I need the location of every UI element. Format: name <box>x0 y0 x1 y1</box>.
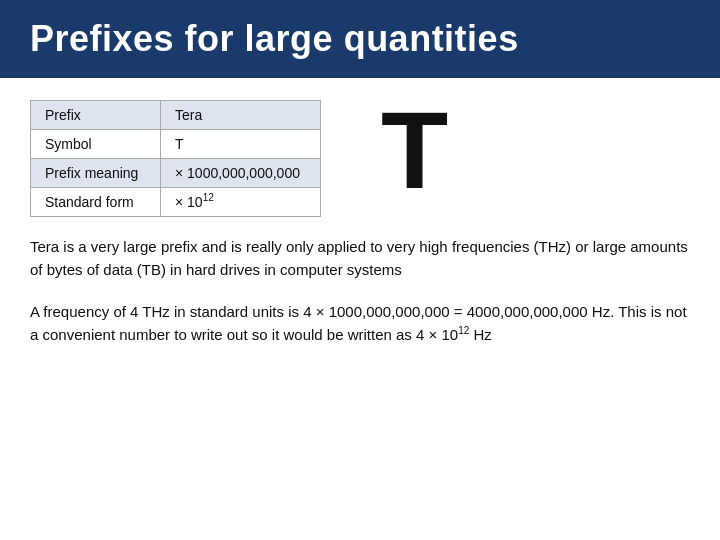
header-banner: Prefixes for large quantities <box>0 0 720 78</box>
row-value-1: Tera <box>161 101 321 130</box>
row-label-3: Prefix meaning <box>31 159 161 188</box>
description-paragraph-2: A frequency of 4 THz in standard units i… <box>30 300 690 347</box>
row-label-4: Standard form <box>31 188 161 217</box>
table-row: Symbol T <box>31 130 321 159</box>
table-row: Prefix meaning × 1000,000,000,000 <box>31 159 321 188</box>
page-title: Prefixes for large quantities <box>30 18 519 59</box>
table-row: Prefix Tera <box>31 101 321 130</box>
table-row: Standard form × 1012 <box>31 188 321 217</box>
main-content: Prefix Tera Symbol T Prefix meaning × 10… <box>0 100 720 346</box>
top-section: Prefix Tera Symbol T Prefix meaning × 10… <box>30 100 690 217</box>
large-symbol-display: T <box>381 95 448 205</box>
row-value-3: × 1000,000,000,000 <box>161 159 321 188</box>
description-paragraph-1: Tera is a very large prefix and is reall… <box>30 235 690 282</box>
row-label-1: Prefix <box>31 101 161 130</box>
row-value-4: × 1012 <box>161 188 321 217</box>
row-label-2: Symbol <box>31 130 161 159</box>
row-value-2: T <box>161 130 321 159</box>
prefix-table: Prefix Tera Symbol T Prefix meaning × 10… <box>30 100 321 217</box>
